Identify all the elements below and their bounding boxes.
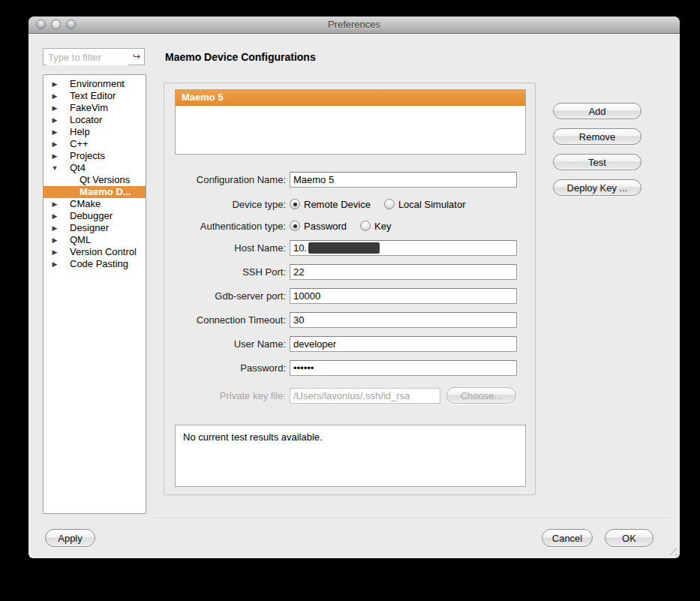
- host-name-label: Host Name:: [164, 242, 290, 254]
- test-button[interactable]: Test: [553, 154, 641, 170]
- list-action-buttons: Add Remove Test Deploy Key ...: [553, 103, 641, 205]
- sidebar-item-label: Designer: [70, 222, 109, 233]
- gdb-server-port-label: Gdb-server port:: [164, 290, 290, 302]
- radio-selected-icon[interactable]: [290, 199, 300, 209]
- sidebar-item-label: QML: [70, 234, 91, 245]
- radio-selected-icon[interactable]: [290, 221, 300, 231]
- sidebar-item-text-editor[interactable]: ▶ Text Editor: [44, 90, 146, 102]
- sidebar-item-qml[interactable]: ▶ QML: [44, 234, 146, 246]
- remove-button[interactable]: Remove: [553, 128, 641, 145]
- sidebar-item-cmake[interactable]: ▶ CMake: [44, 198, 146, 210]
- local-simulator-radio[interactable]: Local Simulator: [384, 199, 466, 210]
- apply-button[interactable]: Apply: [45, 529, 95, 547]
- disclosure-triangle-icon[interactable]: ▶: [50, 246, 60, 258]
- filter-input[interactable]: [47, 50, 128, 65]
- sidebar-item-locator[interactable]: ▶ Locator: [44, 114, 146, 126]
- sidebar-item-environment[interactable]: ▶ Environment: [44, 78, 146, 90]
- sidebar-item-label: Locator: [70, 114, 102, 125]
- disclosure-triangle-icon[interactable]: ▶: [50, 138, 60, 150]
- sidebar-item-help[interactable]: ▶ Help: [44, 126, 146, 138]
- sidebar-item-label: Text Editor: [70, 90, 116, 101]
- device-type-label: Device type:: [164, 199, 290, 210]
- disclosure-triangle-icon[interactable]: ▶: [50, 198, 60, 210]
- sidebar-item-maemo-device[interactable]: Maemo D...: [44, 186, 146, 198]
- authentication-type-row: Authentication type: Password Key: [164, 220, 517, 232]
- ssh-port-input[interactable]: [290, 264, 517, 280]
- add-button[interactable]: Add: [553, 103, 641, 119]
- sidebar-item-fakevim[interactable]: ▶ FakeVim: [44, 102, 146, 114]
- configuration-name-label: Configuration Name:: [164, 174, 290, 185]
- preferences-window: Preferences ↪ Maemo Device Configuration…: [29, 17, 680, 558]
- disclosure-triangle-icon[interactable]: ▶: [50, 222, 60, 234]
- disclosure-triangle-icon[interactable]: ▶: [50, 90, 60, 102]
- cancel-button[interactable]: Cancel: [542, 529, 593, 547]
- resize-grip-icon[interactable]: [666, 545, 677, 555]
- gdb-server-port-input[interactable]: [290, 288, 517, 304]
- disclosure-triangle-expanded-icon[interactable]: ▼: [50, 162, 60, 174]
- disclosure-triangle-icon[interactable]: ▶: [50, 102, 60, 114]
- sidebar-item-label: Debugger: [70, 210, 113, 221]
- connection-timeout-input[interactable]: [290, 312, 517, 328]
- ssh-port-row: SSH Port:: [164, 264, 517, 280]
- password-label: Password:: [164, 362, 290, 374]
- configuration-name-input[interactable]: [290, 172, 517, 188]
- page-title: Maemo Device Configurations: [165, 51, 316, 63]
- sidebar-item-qt4[interactable]: ▼ Qt4: [44, 162, 146, 174]
- sidebar-item-label: CMake: [70, 198, 101, 209]
- footer-separator: [154, 518, 671, 518]
- sidebar-item-code-pasting[interactable]: ▶ Code Pasting: [44, 258, 146, 270]
- test-results-box: No current test results available.: [175, 425, 526, 487]
- password-input[interactable]: [290, 360, 517, 376]
- choose-button: Choose...: [446, 387, 516, 404]
- private-key-file-row: Private key file: Choose...: [164, 387, 517, 404]
- local-simulator-label: Local Simulator: [398, 199, 466, 210]
- list-item-maemo5[interactable]: Maemo 5: [176, 90, 525, 106]
- filter-field-wrap: ↪: [43, 48, 145, 65]
- host-name-input[interactable]: 10.: [290, 240, 517, 256]
- sidebar-item-debugger[interactable]: ▶ Debugger: [44, 210, 146, 222]
- disclosure-triangle-icon[interactable]: ▶: [50, 234, 60, 246]
- disclosure-triangle-icon[interactable]: ▶: [50, 210, 60, 222]
- sidebar-item-label: Code Pasting: [70, 258, 128, 269]
- gdb-server-port-row: Gdb-server port:: [164, 288, 517, 304]
- sidebar-item-cpp[interactable]: ▶ C++: [44, 138, 146, 150]
- ok-button[interactable]: OK: [605, 529, 653, 547]
- device-type-row: Device type: Remote Device Local Simulat…: [164, 198, 517, 210]
- disclosure-triangle-icon[interactable]: ▶: [50, 78, 60, 90]
- sidebar-item-version-control[interactable]: ▶ Version Control: [44, 246, 146, 258]
- radio-unselected-icon[interactable]: [360, 221, 371, 231]
- remote-device-radio[interactable]: Remote Device: [290, 199, 371, 210]
- remote-device-label: Remote Device: [304, 199, 371, 210]
- filter-clear-icon[interactable]: ↪: [133, 51, 140, 62]
- title-bar[interactable]: Preferences: [29, 17, 680, 34]
- password-row: Password:: [164, 360, 517, 376]
- device-configurations-list: Maemo 5: [175, 89, 526, 155]
- user-name-input[interactable]: [290, 336, 517, 352]
- sidebar-item-label: Qt Versions: [80, 174, 130, 185]
- radio-unselected-icon[interactable]: [384, 199, 395, 209]
- sidebar-item-label: Environment: [70, 78, 125, 89]
- deploy-key-button[interactable]: Deploy Key ...: [553, 179, 641, 196]
- user-name-row: User Name:: [164, 336, 517, 352]
- sidebar-item-label: Projects: [70, 150, 105, 161]
- key-option-label: Key: [374, 221, 391, 232]
- sidebar-item-qt-versions[interactable]: Qt Versions: [44, 174, 146, 186]
- key-radio[interactable]: Key: [360, 221, 391, 232]
- authentication-type-label: Authentication type:: [164, 221, 290, 232]
- sidebar-item-label: Qt4: [70, 162, 86, 173]
- ssh-port-label: SSH Port:: [164, 266, 290, 278]
- password-radio[interactable]: Password: [290, 221, 347, 232]
- sidebar-item-label: C++: [70, 138, 89, 149]
- sidebar-item-designer[interactable]: ▶ Designer: [44, 222, 146, 234]
- configuration-name-row: Configuration Name:: [164, 172, 517, 188]
- disclosure-triangle-icon[interactable]: ▶: [50, 126, 60, 138]
- disclosure-triangle-icon[interactable]: ▶: [50, 114, 60, 126]
- private-key-file-label: Private key file:: [164, 390, 290, 401]
- password-option-label: Password: [304, 221, 347, 232]
- private-key-file-input: [290, 388, 440, 404]
- sidebar-item-projects[interactable]: ▶ Projects: [44, 150, 146, 162]
- config-form: Configuration Name: Device type: Remote …: [164, 172, 517, 412]
- disclosure-triangle-icon[interactable]: ▶: [50, 150, 60, 162]
- disclosure-triangle-icon[interactable]: ▶: [50, 258, 60, 270]
- sidebar-item-label: Version Control: [70, 246, 137, 257]
